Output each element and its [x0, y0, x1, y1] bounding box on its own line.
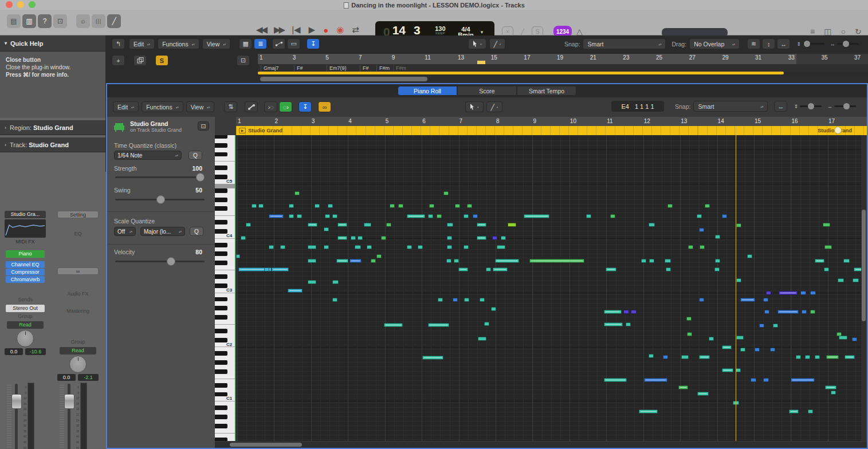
midi-note[interactable] — [337, 223, 347, 227]
midi-note[interactable] — [443, 191, 449, 195]
midi-note[interactable] — [491, 307, 496, 311]
chord-name[interactable]: F#m — [376, 65, 390, 72]
midi-note[interactable] — [736, 223, 741, 227]
midi-note[interactable] — [610, 214, 615, 218]
midi-note[interactable] — [269, 214, 284, 218]
midi-note[interactable] — [529, 259, 584, 263]
piano-keyboard[interactable]: C5C4C3C2C1 — [215, 135, 236, 441]
go-to-beginning-button[interactable]: |◀ — [292, 25, 300, 35]
midi-note[interactable] — [623, 310, 629, 314]
scrollbar-thumb[interactable] — [230, 443, 302, 447]
midi-fx-label[interactable]: MIDI FX — [2, 239, 48, 246]
midi-note[interactable] — [764, 310, 769, 314]
play-button[interactable]: ▶ — [309, 25, 316, 35]
tab-smart-tempo[interactable]: Smart Tempo — [517, 86, 576, 96]
midi-note[interactable] — [854, 267, 862, 271]
midi-note[interactable] — [843, 259, 850, 263]
drag-popup[interactable]: No Overlap▴▾ — [689, 38, 740, 49]
group-slot[interactable]: Group — [2, 313, 48, 320]
pr-functions-menu[interactable]: Functions▴▾ — [142, 101, 183, 112]
midi-note[interactable] — [351, 236, 356, 240]
midi-note[interactable] — [699, 228, 704, 232]
midi-note[interactable] — [824, 267, 829, 271]
black-key[interactable] — [215, 243, 227, 247]
insert-slot[interactable]: ChromaVerb — [6, 276, 45, 283]
quick-help-icon[interactable]: ? — [38, 14, 52, 28]
midi-note[interactable] — [810, 291, 816, 295]
midi-note[interactable] — [831, 391, 836, 395]
midi-note[interactable] — [422, 356, 443, 360]
automation-icon[interactable] — [272, 38, 285, 49]
audio-fx-label[interactable]: Audio FX — [55, 291, 101, 298]
midi-note[interactable] — [715, 235, 720, 239]
midi-note[interactable] — [810, 310, 815, 314]
black-key[interactable] — [215, 206, 227, 211]
midi-note[interactable] — [477, 223, 486, 227]
scrollbar-thumb[interactable] — [862, 210, 866, 321]
inspector-toggle-button[interactable]: ⊡ — [198, 121, 209, 131]
midi-note[interactable] — [428, 214, 433, 218]
cycle-button[interactable]: ⇄ — [352, 25, 359, 35]
midi-note[interactable] — [845, 355, 855, 359]
catch-playhead-icon[interactable]: ↧ — [307, 38, 320, 49]
midi-note[interactable] — [258, 204, 264, 208]
scale-type-popup[interactable]: Major (lo...▴▾ — [140, 227, 185, 236]
note-grid[interactable] — [236, 135, 862, 441]
midi-note[interactable] — [325, 214, 330, 218]
duplicate-track-button[interactable] — [133, 55, 147, 66]
midi-note[interactable] — [407, 245, 412, 249]
chord-name[interactable]: F# — [360, 65, 369, 72]
playhead-handle[interactable] — [834, 127, 842, 134]
black-key[interactable] — [215, 306, 227, 310]
insert-slot[interactable]: Channel EQ — [6, 261, 45, 268]
black-key[interactable] — [215, 188, 227, 193]
close-window-button[interactable] — [6, 1, 13, 8]
midi-note[interactable] — [371, 259, 376, 263]
midi-note[interactable] — [272, 267, 289, 271]
midi-note[interactable] — [800, 291, 806, 295]
tracks-functions-menu[interactable]: Functions▴▾ — [158, 38, 199, 49]
midi-note[interactable] — [367, 245, 372, 249]
midi-note[interactable] — [288, 289, 303, 293]
midi-note[interactable] — [473, 214, 478, 218]
swing-value[interactable]: 50 — [195, 187, 202, 194]
midi-note[interactable] — [747, 254, 752, 258]
midi-note[interactable] — [458, 267, 468, 271]
region-section-header[interactable]: › Region: Studio Grand — [0, 120, 105, 135]
scale-quantize-apply-button[interactable]: Q — [190, 227, 203, 236]
midi-note[interactable] — [336, 259, 348, 263]
midi-note[interactable] — [264, 267, 269, 271]
midi-note[interactable] — [773, 324, 778, 328]
midi-note[interactable] — [497, 245, 505, 249]
midi-note[interactable] — [740, 348, 745, 352]
midi-note[interactable] — [722, 368, 733, 372]
midi-note[interactable] — [437, 214, 442, 218]
pointer-tool[interactable]: ▾ — [468, 38, 486, 49]
note-pads-icon[interactable]: ◫ — [824, 27, 831, 36]
pr-vertical-zoom-slider[interactable]: ⇕ — [794, 104, 822, 109]
midi-note[interactable] — [649, 354, 654, 358]
midi-note[interactable] — [280, 245, 285, 249]
pr-pointer-tool[interactable]: ▾ — [465, 101, 484, 112]
region-play-icon[interactable]: ▶ — [239, 128, 246, 133]
midi-note[interactable] — [700, 245, 705, 249]
midi-note[interactable] — [355, 245, 361, 249]
midi-note[interactable] — [447, 245, 452, 249]
tracks-edit-menu[interactable]: Edit▴▾ — [129, 38, 155, 49]
midi-note[interactable] — [454, 259, 459, 263]
marquee-icon[interactable]: ▭ — [287, 38, 300, 49]
link-icon[interactable]: ∞ — [318, 101, 331, 112]
pr-pencil-tool[interactable]: ╱▾ — [486, 101, 503, 112]
chord-name[interactable]: Em7(9) — [327, 65, 347, 72]
midi-note[interactable] — [665, 259, 671, 263]
midi-note[interactable] — [838, 278, 844, 282]
midi-note[interactable] — [464, 245, 469, 249]
tab-piano-roll[interactable]: Piano Roll — [398, 86, 457, 96]
midi-note[interactable] — [763, 298, 768, 302]
midi-note[interactable] — [796, 355, 801, 359]
pr-edit-menu[interactable]: Edit▴▾ — [113, 101, 139, 112]
black-key[interactable] — [215, 360, 227, 365]
midi-note[interactable] — [686, 317, 692, 321]
track-list-icon[interactable]: ≣ — [254, 38, 267, 49]
midi-in-icon[interactable]: ›◌ — [264, 101, 277, 112]
